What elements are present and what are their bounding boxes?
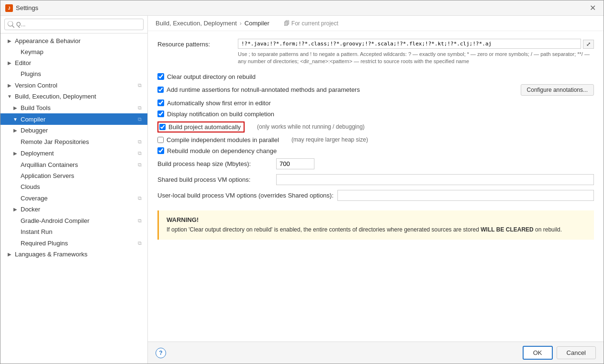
search-input[interactable]: [4, 19, 144, 30]
build-auto-highlight: Build project automatically: [157, 121, 245, 132]
arrow-icon: [12, 206, 19, 213]
sidebar-tree: Appearance & Behavior Keymap Editor Plug…: [0, 33, 147, 364]
sidebar-item-label: Debugger: [21, 127, 144, 134]
clear-output-checkbox[interactable]: [157, 73, 164, 80]
configure-annotations-button[interactable]: Configure annotations...: [521, 84, 594, 96]
heap-size-label: Build process heap size (Mbytes):: [157, 160, 272, 167]
rebuild-module-checkbox[interactable]: [157, 147, 164, 154]
build-auto-checkbox[interactable]: [159, 124, 166, 130]
sidebar-item-required-plugins[interactable]: Required Plugins: [0, 237, 147, 249]
copy-icon: [136, 149, 144, 157]
display-notification-checkbox[interactable]: [157, 110, 164, 117]
shared-vm-row: Shared build process VM options:: [157, 174, 594, 185]
arrow-icon: [12, 127, 19, 134]
sidebar-item-label: Remote Jar Repositories: [21, 138, 134, 145]
sidebar-item-remote-jar[interactable]: Remote Jar Repositories: [0, 136, 147, 147]
sidebar-item-keymap[interactable]: Keymap: [0, 46, 147, 57]
window-title: Settings: [16, 4, 38, 11]
sidebar-item-label: Deployment: [21, 150, 134, 157]
title-bar-left: J Settings: [5, 4, 38, 12]
search-box: [0, 16, 147, 33]
expand-button[interactable]: ⤢: [583, 40, 594, 49]
sidebar-item-deployment[interactable]: Deployment: [0, 147, 147, 159]
warning-box: WARNING! If option 'Clear output directo…: [157, 210, 594, 240]
show-first-error-row: Automatically show first error in editor: [157, 99, 594, 107]
settings-window: J Settings ✕ Appearance & Behavior Keyma…: [0, 0, 604, 364]
sidebar-item-label: Application Servers: [21, 172, 144, 179]
build-auto-label: Build project automatically: [168, 123, 241, 131]
sidebar-item-version-control[interactable]: Version Control: [0, 79, 147, 91]
sidebar-item-docker[interactable]: Docker: [0, 204, 147, 215]
breadcrumb-arrow: ›: [240, 20, 242, 27]
show-first-error-checkbox[interactable]: [157, 99, 164, 106]
project-label: For current project: [291, 20, 338, 27]
sidebar-item-label: Keymap: [21, 48, 144, 55]
sidebar-item-compiler[interactable]: Compiler: [0, 113, 147, 125]
sidebar-item-gradle-android[interactable]: Gradle-Android Compiler: [0, 215, 147, 226]
copy-icon: [136, 161, 144, 168]
shared-vm-input[interactable]: [276, 174, 594, 185]
arrow-icon: [6, 251, 13, 258]
copy-icon: [136, 104, 144, 111]
sidebar-item-label: Instant Run: [21, 228, 144, 235]
sidebar-item-languages[interactable]: Languages & Frameworks: [0, 249, 147, 260]
resource-patterns-row: Resource patterns: ⤢ Use ; to separate p…: [157, 39, 594, 71]
arrow-icon: [12, 116, 19, 122]
sidebar-item-label: Docker: [21, 206, 144, 213]
display-notification-row: Display notification on build completion: [157, 110, 594, 118]
build-auto-note: (only works while not running / debuggin…: [257, 123, 365, 130]
copy-icon: [136, 239, 144, 247]
sidebar-item-label: Editor: [15, 59, 144, 66]
rebuild-module-row: Rebuild module on dependency change: [157, 147, 594, 154]
resource-patterns-label: Resource patterns:: [157, 39, 234, 48]
sidebar-item-label: Coverage: [21, 195, 134, 202]
arrow-icon: [6, 93, 13, 100]
sidebar-item-plugins[interactable]: Plugins: [0, 68, 147, 79]
sidebar-item-label: Build, Execution, Deployment: [15, 93, 144, 100]
sidebar-item-debugger[interactable]: Debugger: [0, 125, 147, 136]
cancel-button[interactable]: Cancel: [557, 346, 596, 359]
arrow-icon: [12, 150, 19, 156]
app-icon: J: [5, 4, 13, 12]
sidebar: Appearance & Behavior Keymap Editor Plug…: [0, 16, 148, 364]
user-vm-label: User-local build process VM options (ove…: [157, 192, 334, 199]
resource-patterns-input[interactable]: [238, 39, 581, 49]
sidebar-item-arquillian[interactable]: Arquillian Containers: [0, 159, 147, 170]
warning-title: WARNING!: [167, 216, 586, 223]
breadcrumb-parent: Build, Execution, Deployment: [156, 20, 237, 27]
user-vm-input[interactable]: [337, 190, 594, 201]
assertions-checkbox[interactable]: [157, 87, 164, 93]
sidebar-item-clouds[interactable]: Clouds: [0, 181, 147, 192]
compile-parallel-row: Compile independent modules in parallel …: [157, 136, 594, 143]
breadcrumb-current: Compiler: [245, 20, 269, 27]
settings-content: Resource patterns: ⤢ Use ; to separate p…: [148, 31, 604, 342]
ok-button[interactable]: OK: [523, 346, 553, 360]
close-button[interactable]: ✕: [587, 2, 599, 13]
compile-parallel-checkbox[interactable]: [157, 137, 164, 143]
compile-parallel-label: Compile independent modules in parallel: [167, 136, 279, 143]
main-panel: Build, Execution, Deployment › Compiler …: [148, 16, 604, 364]
sidebar-item-build-execution[interactable]: Build, Execution, Deployment: [0, 91, 147, 102]
heap-size-input[interactable]: [276, 158, 314, 169]
content-area: Appearance & Behavior Keymap Editor Plug…: [0, 16, 604, 364]
display-notification-label: Display notification on build completion: [167, 110, 274, 118]
copy-icon: [136, 194, 144, 202]
sidebar-item-label: Required Plugins: [21, 240, 134, 247]
shared-vm-label: Shared build process VM options:: [157, 176, 272, 183]
sidebar-item-app-servers[interactable]: Application Servers: [0, 170, 147, 181]
sidebar-item-coverage[interactable]: Coverage: [0, 192, 147, 204]
copy-icon: [136, 81, 144, 89]
rebuild-module-label: Rebuild module on dependency change: [167, 147, 277, 154]
sidebar-item-appearance[interactable]: Appearance & Behavior: [0, 35, 147, 46]
sidebar-item-label: Plugins: [21, 70, 144, 77]
sidebar-item-label: Version Control: [15, 82, 134, 89]
arrow-icon: [6, 60, 13, 66]
sidebar-item-label: Arquillian Containers: [21, 161, 134, 168]
arrow-icon: [6, 82, 13, 88]
sidebar-item-editor[interactable]: Editor: [0, 57, 147, 68]
sidebar-item-instant-run[interactable]: Instant Run: [0, 226, 147, 237]
help-button[interactable]: ?: [156, 348, 166, 358]
sidebar-item-label: Gradle-Android Compiler: [21, 217, 134, 224]
sidebar-item-build-tools[interactable]: Build Tools: [0, 102, 147, 113]
assertions-row: Add runtime assertions for notnull-annot…: [157, 84, 594, 96]
